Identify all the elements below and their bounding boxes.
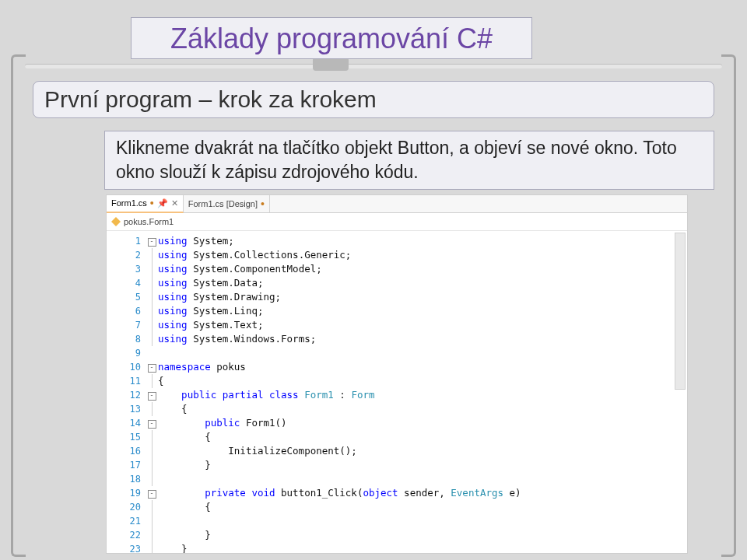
tab-label: Form1.cs — [111, 198, 147, 208]
bracket-left — [11, 54, 26, 557]
page-title: Základy programování C# — [131, 17, 532, 59]
tab-form1-cs[interactable]: Form1.cs • 📌 ✕ — [107, 194, 184, 213]
fold-toggle-icon[interactable]: - — [148, 420, 156, 429]
bracket-right — [721, 54, 736, 557]
class-icon — [111, 217, 121, 226]
code-editor: Form1.cs • 📌 ✕ Form1.cs [Design] • pokus… — [106, 194, 688, 554]
scrollbar-thumb[interactable] — [675, 233, 686, 390]
fold-toggle-icon[interactable]: - — [148, 392, 156, 401]
line-number-gutter: 1234567891011121314151617181920212223242… — [107, 231, 146, 554]
subtitle: První program – krok za krokem — [33, 81, 714, 118]
context-label: pokus.Form1 — [124, 217, 174, 226]
fold-toggle-icon[interactable]: - — [148, 490, 156, 499]
pin-icon[interactable]: 📌 — [157, 198, 168, 208]
tab-bar: Form1.cs • 📌 ✕ Form1.cs [Design] • — [107, 195, 687, 213]
fold-toggle-icon[interactable]: - — [148, 364, 156, 373]
tab-label: Form1.cs [Design] — [188, 199, 258, 208]
close-icon[interactable]: ✕ — [171, 198, 178, 208]
code-content[interactable]: using System;using System.Collections.Ge… — [158, 231, 687, 554]
outline-column: ----- — [146, 231, 158, 554]
context-dropdown[interactable]: pokus.Form1 — [107, 213, 687, 231]
tab-form1-design[interactable]: Form1.cs [Design] • — [184, 195, 270, 212]
description: Klikneme dvakrát na tlačítko objekt Butt… — [104, 131, 714, 190]
fold-toggle-icon[interactable]: - — [148, 238, 156, 247]
title-underline — [25, 64, 722, 68]
